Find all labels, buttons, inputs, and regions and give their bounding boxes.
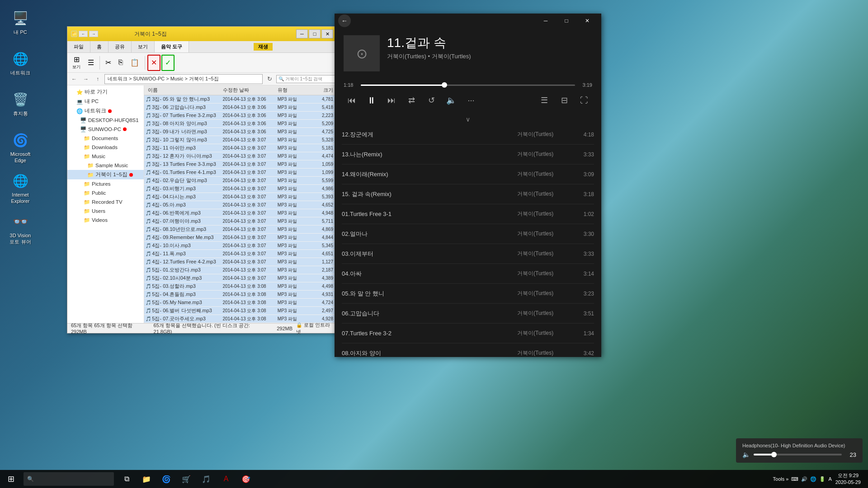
tab-music-tools[interactable]: 음악 도구 <box>155 41 189 52</box>
paste-button[interactable]: 📋 <box>127 55 142 71</box>
taskbar-search[interactable]: 🔍 <box>24 472 114 486</box>
player-close-button[interactable]: ✕ <box>577 14 598 28</box>
sidebar-item-documents[interactable]: 📁 Documents <box>67 134 144 143</box>
table-row[interactable]: 🎵 3집- 11 아쉬만.mp3 2014-04-13 오후 3:07 MP3 … <box>144 144 337 152</box>
cut-button[interactable]: ✂ <box>102 55 114 71</box>
expand-button[interactable]: ∨ <box>466 116 470 123</box>
minimize-button[interactable]: ─ <box>296 29 308 38</box>
playlist-track[interactable]: 08.아지와 양이 거북이(Turtles) 3:42 <box>342 343 594 357</box>
playlist-track[interactable]: 02.얼마나 거북이(Turtles) 3:30 <box>342 224 594 244</box>
confirm-button[interactable]: ✓ <box>161 55 175 71</box>
sidebar-item-recorded-tv[interactable]: 📁 Recorded TV <box>67 197 144 206</box>
playlist-track[interactable]: 07.Turtles Free 3-2 거북이(Turtles) 1:34 <box>342 324 594 343</box>
table-row[interactable]: 🎵 3집- 10 그렇지 않아.mp3 2014-04-13 오후 3:07 M… <box>144 136 337 144</box>
taskbar-store[interactable]: 🛒 <box>177 470 195 488</box>
sidebar-item-videos[interactable]: 📁 Videos <box>67 216 144 225</box>
next-button[interactable]: ⏭ <box>383 92 400 108</box>
playlist-track[interactable]: 13.나는(Remix) 거북이(Turtles) 3:33 <box>342 145 594 164</box>
close-button[interactable]: ✕ <box>321 29 333 38</box>
view-icons-button[interactable]: ⊞ 보기 <box>69 55 84 71</box>
table-row[interactable]: 🎵 4집- 08.10년만으로.mp3 2014-04-13 오후 3:07 M… <box>144 225 337 234</box>
sidebar-item-music[interactable]: 📁 Music <box>67 152 144 161</box>
forward-icon-small[interactable]: → <box>89 31 98 37</box>
playlist-track[interactable]: 05.와 말 안 했니 거북이(Turtles) 3:23 <box>342 284 594 304</box>
table-row[interactable]: 🎵 5집- 02.10시04분.mp3 2014-04-13 오후 3:07 M… <box>144 274 337 282</box>
back-button[interactable]: ← <box>69 74 79 84</box>
maximize-button[interactable]: □ <box>309 29 321 38</box>
playlist-track[interactable]: 04.아싸 거북이(Turtles) 3:14 <box>342 264 594 284</box>
sidebar-item-downloads[interactable]: 📁 Downloads <box>67 143 144 152</box>
sidebar-item-quick-access[interactable]: ⭐ 바로 가기 <box>67 87 144 97</box>
fullscreen-button[interactable]: ⛶ <box>576 92 592 108</box>
miniplayer-button[interactable]: ⊟ <box>556 92 572 108</box>
playlist-track[interactable]: 15. 겉과 속(Remix) 거북이(Turtles) 3:18 <box>342 184 594 204</box>
desktop-icon-edge[interactable]: 🌀 Microsoft Edge <box>5 131 36 164</box>
refresh-button[interactable]: ↻ <box>264 74 274 84</box>
repeat-button[interactable]: ↺ <box>423 92 439 108</box>
col-name[interactable]: 이름 <box>144 87 223 94</box>
tools-label[interactable]: Tools » <box>773 476 789 482</box>
desktop-icon-3dvision[interactable]: 👓 3D Vision 포토 뷰어 <box>5 212 36 245</box>
playlist-track[interactable]: 01.Turtles Free 3-1 거북이(Turtles) 1:02 <box>342 204 594 224</box>
search-input[interactable]: 🔍 거북이 1~5집 검색 <box>276 75 335 83</box>
tab-view[interactable]: 보기 <box>132 41 155 52</box>
progress-bar[interactable] <box>361 84 575 86</box>
table-row[interactable]: 🎵 4집- 11.폭.mp3 2014-04-13 오후 3:07 MP3 파일… <box>144 250 337 258</box>
sidebar-item-desktop[interactable]: 🖥️ DESKTOP-HUFQ8S1 <box>67 116 144 125</box>
queue-button[interactable]: ☰ <box>536 92 552 108</box>
address-input[interactable]: 네트워크 > SUNWOO-PC > Music > 거북이 1~5집 <box>104 74 263 84</box>
desktop-icon-mypc[interactable]: 🖥️ 내 PC <box>5 9 36 35</box>
playlist-track[interactable]: 03.이제부터 거북이(Turtles) 3:33 <box>342 244 594 264</box>
sidebar-item-public[interactable]: 📁 Public <box>67 188 144 197</box>
taskbar-edge[interactable]: 🌀 <box>157 470 175 488</box>
table-row[interactable]: 🎵 3집- 12 혼자가 아니야.mp3 2014-04-13 오후 3:07 … <box>144 152 337 160</box>
table-row[interactable]: 🎵 4집- 10.이사.mp3 2014-04-13 오후 3:07 MP3 파… <box>144 242 337 250</box>
copy-button[interactable]: ⎘ <box>115 55 126 71</box>
clock[interactable]: 오전 9:29 2020-05-29 <box>835 472 861 486</box>
table-row[interactable]: 🎵 5집- 03.성할라.mp3 2014-04-13 오후 3:08 MP3 … <box>144 282 337 291</box>
col-date[interactable]: 수정한 날짜 <box>223 87 278 94</box>
tab-home[interactable]: 홈 <box>90 41 108 52</box>
play-pause-button[interactable]: ⏸ <box>363 92 380 108</box>
table-row[interactable]: 🎵 3집- 08 아지와 양이.mp3 2014-04-13 오후 3:06 M… <box>144 120 337 128</box>
tab-share[interactable]: 공유 <box>108 41 132 52</box>
volume-slider[interactable] <box>754 454 842 455</box>
table-row[interactable]: 🎵 3집- 06 고맙습니다.mp3 2014-04-13 오후 3:06 MP… <box>144 103 337 112</box>
table-row[interactable]: 🎵 4집- 04.다시는.mp3 2014-04-13 오후 3:07 MP3 … <box>144 193 337 201</box>
prev-button[interactable]: ⏮ <box>344 92 360 108</box>
table-row[interactable]: 🎵 3집- 09 내가 너라면.mp3 2014-04-13 오후 3:06 M… <box>144 128 337 136</box>
delete-button[interactable]: ✕ <box>147 55 160 71</box>
details-view-button[interactable]: ☰ <box>85 55 97 71</box>
playlist-track[interactable]: 12.장군에게 거북이(Turtles) 4:18 <box>342 125 594 145</box>
table-row[interactable]: 🎵 4집- 06.반쪽에게.mp3 2014-04-13 오후 3:07 MP3… <box>144 209 337 217</box>
table-row[interactable]: 🎵 4집- 07.여행이야.mp3 2014-04-13 오후 3:07 MP3… <box>144 217 337 225</box>
table-row[interactable]: 🎵 4집- 01.Turtles Free 4-1.mp3 2014-04-13… <box>144 169 337 177</box>
back-icon-small[interactable]: ← <box>79 31 88 37</box>
table-row[interactable]: 🎵 3집- 13 Turtles Free 3-3.mp3 2014-04-13… <box>144 160 337 169</box>
col-size[interactable]: 크기 <box>309 87 337 94</box>
tab-file[interactable]: 파일 <box>67 41 90 52</box>
player-minimize-button[interactable]: ─ <box>535 14 556 28</box>
sidebar-item-network[interactable]: 🌐 네트워크 <box>67 106 144 116</box>
sidebar-item-turtles[interactable]: 📁 거북이 1~5집 <box>67 170 144 179</box>
taskbar-file-explorer[interactable]: 📁 <box>137 470 156 488</box>
volume-button[interactable]: 🔈 <box>443 92 459 108</box>
taskbar-daum[interactable]: 🎯 <box>237 470 255 488</box>
table-row[interactable]: 🎵 4집- 03.비행기.mp3 2014-04-13 오후 3:07 MP3 … <box>144 185 337 193</box>
desktop-icon-recycle[interactable]: 🗑️ 휴지통 <box>5 90 36 117</box>
sidebar-item-users[interactable]: 📁 Users <box>67 206 144 216</box>
table-row[interactable]: 🎵 5집- 01.오방간다.mp3 2014-04-13 오후 3:07 MP3… <box>144 266 337 274</box>
playlist-track[interactable]: 14.왜이래(Remix) 거북이(Turtles) 3:09 <box>342 164 594 184</box>
table-row[interactable]: 🎵 5집- 04.흔들림.mp3 2014-04-13 오후 3:08 MP3 … <box>144 291 337 299</box>
taskbar-acrobat[interactable]: A <box>217 470 235 488</box>
start-button[interactable]: ⊞ <box>0 470 22 488</box>
playlist-track[interactable]: 06.고맙습니다 거북이(Turtles) 3:51 <box>342 304 594 324</box>
shuffle-button[interactable]: ⇄ <box>403 92 420 108</box>
table-row[interactable]: 🎵 5집- 05.My Name.mp3 2014-04-13 오후 3:08 … <box>144 299 337 307</box>
taskbar-groove[interactable]: 🎵 <box>197 470 215 488</box>
player-maximize-button[interactable]: □ <box>556 14 577 28</box>
more-button[interactable]: ··· <box>463 92 479 108</box>
table-row[interactable]: 🎵 3집- 07 Turtles Free 3-2.mp3 2014-04-13… <box>144 112 337 120</box>
sidebar-item-this-pc[interactable]: 💻 내 PC <box>67 97 144 106</box>
sidebar-item-sunwoo[interactable]: 🖥️ SUNWOO-PC <box>67 125 144 134</box>
